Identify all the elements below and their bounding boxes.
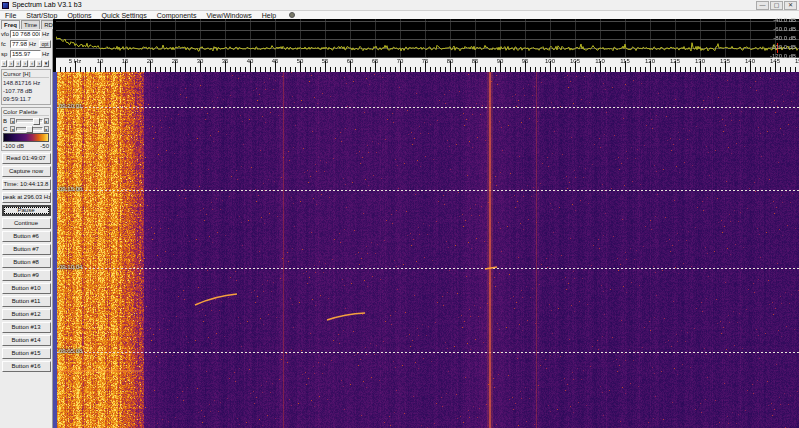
freq-step-button[interactable]: ‹ — [15, 60, 21, 67]
action-button[interactable]: Button #6 — [2, 231, 51, 242]
brightness-thumb[interactable] — [33, 118, 40, 125]
cursor-panel-title: Cursor [H] — [3, 71, 49, 78]
tab-time[interactable]: Time — [21, 20, 40, 29]
cursor-frequency: 148.81716 Hz — [3, 79, 49, 87]
action-button[interactable]: Pause — [2, 205, 51, 216]
close-button[interactable]: ✕ — [784, 1, 797, 10]
cursor-panel: Cursor [H] 148.81716 Hz -107.78 dB 09:59… — [1, 69, 51, 105]
tab-freq[interactable]: Freq — [1, 20, 20, 29]
span-unit: Hz — [42, 51, 51, 57]
span-label: sp — [1, 51, 9, 57]
color-palette-title: Color Palette — [3, 109, 49, 116]
app-icon — [2, 2, 9, 9]
brightness-slider[interactable] — [16, 119, 43, 123]
palette-scale: -100 dB -50 — [3, 143, 49, 149]
action-button-stack: Read 01:49:07Capture nowTime: 10:44:13.8… — [1, 153, 51, 372]
title-bar: Spectrum Lab V3.1 b3 — ▢ ✕ — [0, 0, 799, 11]
palette-db-min: -100 dB — [3, 143, 24, 149]
action-button[interactable]: Button #10 — [2, 283, 51, 294]
options-button[interactable]: opt — [39, 40, 51, 48]
action-button[interactable]: Continue — [2, 218, 51, 229]
vfo-unit: Hz — [42, 31, 51, 37]
span-row: sp 155.97 Hz — [1, 49, 51, 59]
contrast-thumb[interactable] — [26, 126, 33, 133]
display-tabs: Freq Time RDF — [1, 20, 51, 29]
frequency-nav-buttons: ‹›‹›‹›▾ — [1, 60, 51, 67]
waterfall-spectrogram[interactable] — [57, 72, 799, 428]
maximize-button[interactable]: ▢ — [770, 1, 783, 10]
action-button[interactable]: Button #9 — [2, 270, 51, 281]
action-button[interactable]: Capture now — [2, 166, 51, 177]
center-freq-unit: Hz — [29, 41, 38, 47]
action-button[interactable]: Button #14 — [2, 335, 51, 346]
contrast-label: C — [3, 126, 9, 132]
brightness-right-arrow-icon[interactable]: ▸ — [44, 118, 49, 124]
action-button[interactable]: Button #7 — [2, 244, 51, 255]
spectrum-graph[interactable] — [56, 19, 799, 58]
control-panel: Freq Time RDF vfo 10 768 000 Hz fc 77.98… — [0, 20, 53, 428]
action-button[interactable]: Button #16 — [2, 361, 51, 372]
center-freq-label: fc — [1, 41, 9, 47]
contrast-slider-row: C ◂ ▸ — [3, 125, 49, 132]
frequency-ruler[interactable] — [56, 58, 799, 72]
vfo-row: vfo 10 768 000 Hz — [1, 29, 51, 39]
freq-step-button[interactable]: › — [22, 60, 28, 67]
freq-step-button[interactable]: › — [8, 60, 14, 67]
action-button[interactable]: Read 01:49:07 — [2, 153, 51, 164]
freq-step-button[interactable]: ‹ — [1, 60, 7, 67]
brightness-left-arrow-icon[interactable]: ◂ — [10, 118, 15, 124]
action-button[interactable]: peak at 296.03 Hz — [2, 192, 51, 203]
vfo-input[interactable]: 10 768 000 — [10, 30, 41, 38]
contrast-left-arrow-icon[interactable]: ◂ — [10, 126, 15, 132]
action-button[interactable]: Button #15 — [2, 348, 51, 359]
minimize-button[interactable]: — — [756, 1, 769, 10]
color-palette-panel: Color Palette B ◂ ▸ C ◂ ▸ -100 dB -50 — [1, 107, 51, 151]
freq-step-button[interactable]: ‹ — [29, 60, 35, 67]
action-button[interactable]: Time: 10:44:13.8 — [2, 179, 51, 190]
palette-db-max: -50 — [40, 143, 49, 149]
contrast-right-arrow-icon[interactable]: ▸ — [44, 126, 49, 132]
center-freq-input[interactable]: 77.983 — [10, 40, 28, 48]
record-indicator-icon — [289, 12, 295, 18]
spectrum-lab-window: Spectrum Lab V3.1 b3 — ▢ ✕ FileStart/Sto… — [0, 0, 799, 428]
brightness-label: B — [3, 118, 9, 124]
vfo-label: vfo — [1, 31, 9, 37]
action-button[interactable]: Button #11 — [2, 296, 51, 307]
window-title: Spectrum Lab V3.1 b3 — [12, 0, 756, 10]
center-freq-row: fc 77.983 Hz opt — [1, 39, 51, 49]
span-input[interactable]: 155.97 — [10, 50, 41, 58]
menu-item[interactable]: File — [0, 11, 21, 20]
cursor-amplitude: -107.78 dB — [3, 87, 49, 95]
palette-gradient — [3, 133, 49, 142]
action-button[interactable]: Button #8 — [2, 257, 51, 268]
brightness-slider-row: B ◂ ▸ — [3, 117, 49, 124]
freq-step-button[interactable]: ▾ — [43, 60, 49, 67]
action-button[interactable]: Button #12 — [2, 309, 51, 320]
action-button[interactable]: Button #13 — [2, 322, 51, 333]
freq-step-button[interactable]: › — [36, 60, 42, 67]
cursor-time: 09:59:11.7 — [3, 95, 49, 103]
contrast-slider[interactable] — [16, 127, 43, 131]
